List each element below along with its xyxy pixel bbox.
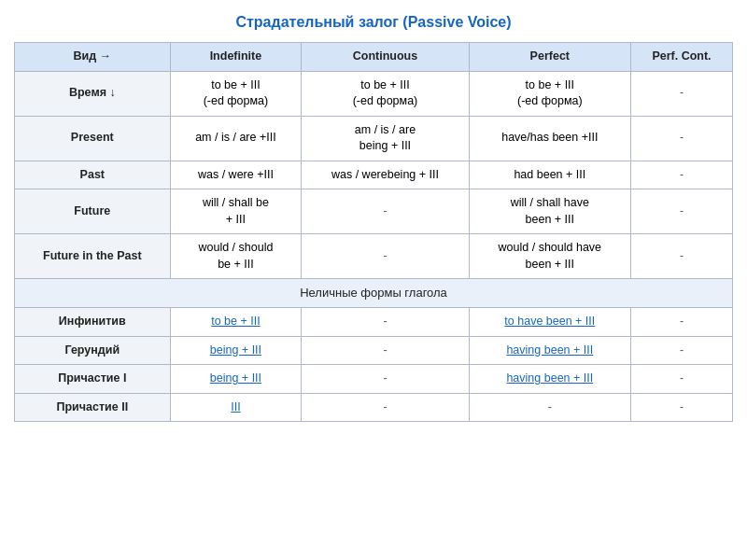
table-row-present: Present am / is / are +III am / is / are… — [15, 116, 733, 161]
participle1-indefinite-link[interactable]: being + III — [210, 371, 261, 385]
row-future-past-perfect: would / should havebeen + III — [469, 234, 630, 279]
row-present-perf-cont: - — [630, 116, 732, 161]
infinitive-indefinite-link[interactable]: to be + III — [211, 315, 260, 328]
row-participle1-indefinite: being + III — [170, 365, 302, 394]
page-title: Страдательный залог (Passive Voice) — [235, 14, 511, 31]
row-infinitive-perf-cont: - — [630, 308, 732, 337]
row-participle1-perf-cont: - — [630, 365, 732, 394]
row-future-past-perf-cont: - — [630, 234, 732, 279]
row-past-label: Past — [15, 161, 171, 189]
nonfinite-subheader-row: Неличные формы глагола — [15, 279, 733, 308]
row-time-perf-cont: - — [630, 71, 732, 116]
col-header-4: Perf. Cont. — [630, 43, 732, 72]
row-past-perf-cont: - — [630, 161, 732, 189]
row-infinitive-continuous: - — [302, 308, 469, 337]
row-present-indefinite: am / is / are +III — [170, 116, 302, 161]
table-row-time: Время ↓ to be + III(-ed форма) to be + I… — [15, 71, 733, 116]
table-row-future-past: Future in the Past would / shouldbe + II… — [15, 234, 733, 279]
row-future-past-label: Future in the Past — [15, 234, 171, 279]
row-gerund-indefinite: being + III — [170, 336, 302, 365]
row-gerund-label: Герундий — [15, 336, 171, 365]
row-infinitive-indefinite: to be + III — [170, 308, 302, 337]
row-past-continuous: was / werebeing + III — [302, 161, 469, 189]
row-participle2-label: Причастие II — [15, 393, 171, 422]
row-future-continuous: - — [302, 189, 469, 234]
row-participle2-continuous: - — [302, 393, 469, 422]
row-time-continuous: to be + III(-ed форма) — [302, 71, 469, 116]
gerund-perfect-link[interactable]: having been + III — [506, 343, 593, 357]
table-row-gerund: Герундий being + III - having been + III… — [15, 336, 733, 365]
gerund-indefinite-link[interactable]: being + III — [210, 343, 261, 357]
col-header-3: Perfect — [469, 43, 630, 72]
row-gerund-perf-cont: - — [630, 336, 732, 365]
row-time-perfect: to be + III(-ed форма) — [469, 71, 630, 116]
infinitive-perfect-link[interactable]: to have been + III — [504, 315, 595, 328]
row-time-label: Время ↓ — [15, 71, 171, 116]
row-participle2-perf-cont: - — [630, 393, 732, 422]
col-header-1: Indefinite — [170, 43, 302, 72]
row-participle1-perfect: having been + III — [469, 365, 630, 394]
row-past-indefinite: was / were +III — [170, 161, 302, 189]
participle2-indefinite-link[interactable]: III — [231, 400, 240, 413]
row-future-past-continuous: - — [302, 234, 469, 279]
col-header-2: Continuous — [302, 43, 469, 72]
row-future-perfect: will / shall havebeen + III — [469, 189, 630, 234]
row-participle1-continuous: - — [302, 365, 469, 394]
row-gerund-continuous: - — [302, 336, 469, 365]
table-row-participle1: Причастие I being + III - having been + … — [15, 365, 733, 394]
row-time-indefinite: to be + III(-ed форма) — [170, 71, 302, 116]
row-present-perfect: have/has been +III — [469, 116, 630, 161]
table-header-row: Вид → Indefinite Continuous Perfect Perf… — [15, 43, 733, 72]
row-present-label: Present — [15, 116, 171, 161]
row-present-continuous: am / is / arebeing + III — [302, 116, 469, 161]
table-row-future: Future will / shall be+ III - will / sha… — [15, 189, 733, 234]
row-infinitive-perfect: to have been + III — [469, 308, 630, 337]
passive-voice-table: Вид → Indefinite Continuous Perfect Perf… — [14, 42, 733, 422]
row-participle1-label: Причастие I — [15, 365, 171, 394]
row-infinitive-label: Инфинитив — [15, 308, 171, 337]
col-header-0: Вид → — [15, 43, 171, 72]
table-row-infinitive: Инфинитив to be + III - to have been + I… — [15, 308, 733, 337]
row-future-past-indefinite: would / shouldbe + III — [170, 234, 302, 279]
table-row-participle2: Причастие II III - - - — [15, 393, 733, 422]
row-future-label: Future — [15, 189, 171, 234]
table-row-past: Past was / were +III was / werebeing + I… — [15, 161, 733, 189]
row-participle2-perfect: - — [469, 393, 630, 422]
row-past-perfect: had been + III — [469, 161, 630, 189]
row-participle2-indefinite: III — [170, 393, 302, 422]
row-future-indefinite: will / shall be+ III — [170, 189, 302, 234]
row-gerund-perfect: having been + III — [469, 336, 630, 365]
nonfinite-subheader: Неличные формы глагола — [15, 279, 733, 308]
participle1-perfect-link[interactable]: having been + III — [506, 371, 593, 385]
row-future-perf-cont: - — [630, 189, 732, 234]
